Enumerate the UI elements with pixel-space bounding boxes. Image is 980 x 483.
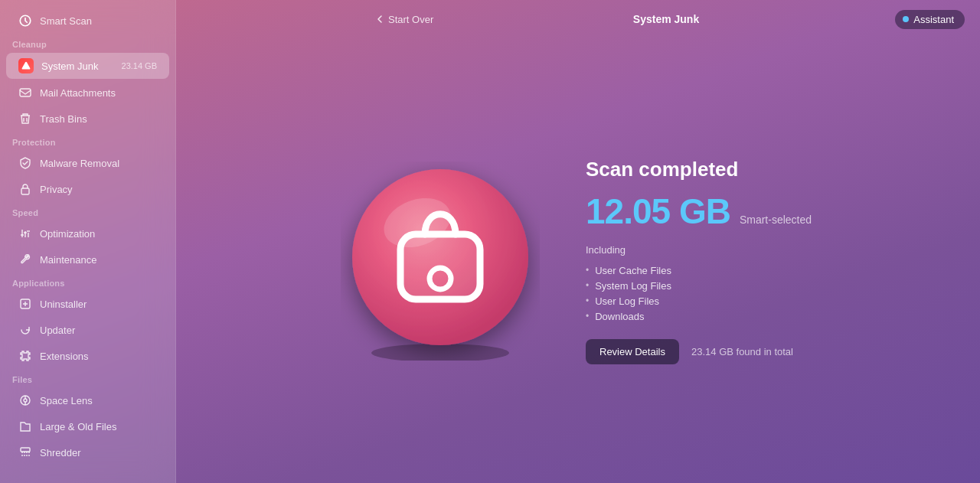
action-row: Review Details 23.14 GB found in total — [586, 339, 815, 364]
space-lens-label: Space Lens — [40, 395, 157, 406]
sidebar-item-maintenance[interactable]: Maintenance — [6, 247, 169, 272]
optimization-label: Optimization — [40, 228, 157, 240]
svg-rect-16 — [21, 448, 30, 452]
smart-selected-label: Smart-selected — [740, 214, 812, 226]
large-old-files-label: Large & Old Files — [40, 421, 157, 432]
malware-removal-label: Malware Removal — [40, 158, 157, 169]
start-over-button[interactable]: Start Over — [368, 10, 441, 29]
updater-label: Updater — [40, 325, 157, 336]
shredder-icon — [18, 445, 32, 459]
sidebar-item-privacy[interactable]: Privacy — [6, 177, 169, 201]
sidebar-item-updater[interactable]: Updater — [6, 318, 169, 342]
content-area: Scan completed 12.05 GB Smart-selected I… — [176, 38, 980, 483]
smart-scan-label: Smart Scan — [40, 15, 157, 27]
sidebar: Smart Scan Cleanup System Junk 23.14 GB — [0, 0, 176, 483]
sidebar-item-malware-removal[interactable]: Malware Removal — [6, 151, 169, 175]
review-details-label: Review Details — [599, 346, 665, 357]
assistant-button[interactable]: Assistant — [895, 10, 965, 29]
sidebar-item-mail-attachments[interactable]: Mail Attachments — [6, 80, 169, 105]
main-content: Scan completed 12.05 GB Smart-selected I… — [176, 38, 980, 483]
assistant-label: Assistant — [913, 14, 954, 25]
smart-scan-icon — [18, 14, 32, 28]
space-lens-icon — [18, 393, 32, 407]
mail-attachments-label: Mail Attachments — [40, 87, 157, 99]
svg-rect-2 — [25, 67, 27, 67]
updater-icon — [18, 323, 32, 337]
svg-rect-1 — [25, 64, 27, 66]
sidebar-item-system-junk[interactable]: System Junk 23.14 GB — [6, 53, 169, 79]
system-junk-badge: 23.14 GB — [122, 61, 157, 70]
review-details-button[interactable]: Review Details — [586, 339, 679, 364]
including-label: Including — [586, 244, 815, 256]
system-junk-icon — [18, 58, 34, 73]
sidebar-item-large-old-files[interactable]: Large & Old Files — [6, 414, 169, 439]
uninstaller-icon — [18, 297, 32, 311]
size-value: 12.05 GB — [586, 191, 730, 232]
header-title: System Junk — [633, 13, 699, 25]
list-item: User Cache Files — [586, 265, 815, 276]
list-item: System Log Files — [586, 280, 815, 292]
start-over-label: Start Over — [388, 14, 433, 25]
uninstaller-label: Uninstaller — [40, 299, 157, 310]
list-item: Downloads — [586, 311, 815, 322]
items-list: User Cache Files System Log Files User L… — [586, 265, 815, 322]
svg-point-17 — [371, 344, 509, 361]
system-junk-label: System Junk — [41, 60, 114, 72]
sidebar-item-uninstaller[interactable]: Uninstaller — [6, 292, 169, 316]
privacy-icon — [18, 182, 32, 196]
maintenance-label: Maintenance — [40, 254, 157, 266]
optimization-icon — [18, 227, 32, 240]
sidebar-item-extensions[interactable]: Extensions — [6, 344, 169, 368]
extensions-icon — [18, 349, 32, 363]
svg-rect-4 — [21, 188, 29, 194]
sidebar-item-smart-scan[interactable]: Smart Scan — [6, 8, 169, 33]
item-label: Downloads — [595, 311, 644, 322]
malware-icon — [18, 156, 32, 170]
privacy-label: Privacy — [40, 184, 157, 195]
section-label-files: Files — [0, 369, 175, 387]
svg-rect-3 — [20, 89, 31, 96]
header: Start Over System Junk Assistant — [352, 0, 980, 38]
sidebar-item-optimization[interactable]: Optimization — [6, 221, 169, 246]
item-label: User Cache Files — [595, 265, 671, 276]
sidebar-item-trash-bins[interactable]: Trash Bins — [6, 106, 169, 131]
shredder-label: Shredder — [40, 447, 157, 459]
item-label: User Log Files — [595, 295, 659, 307]
svg-point-13 — [24, 399, 27, 402]
total-found-label: 23.14 GB found in total — [691, 346, 793, 357]
section-label-applications: Applications — [0, 273, 175, 291]
results-panel: Scan completed 12.05 GB Smart-selected I… — [586, 158, 815, 364]
item-label: System Log Files — [595, 280, 671, 292]
app-icon — [341, 162, 540, 361]
section-label-speed: Speed — [0, 202, 175, 220]
trash-bins-label: Trash Bins — [40, 113, 157, 125]
list-item: User Log Files — [586, 295, 815, 307]
app-icon-container — [341, 162, 540, 361]
maintenance-icon — [18, 253, 32, 266]
sidebar-item-space-lens[interactable]: Space Lens — [6, 388, 169, 413]
app-container: Smart Scan Cleanup System Junk 23.14 GB — [0, 0, 980, 483]
section-label-protection: Protection — [0, 132, 175, 150]
mail-icon — [18, 86, 32, 100]
size-row: 12.05 GB Smart-selected — [586, 191, 815, 232]
assistant-dot-icon — [903, 16, 909, 22]
section-label-cleanup: Cleanup — [0, 34, 175, 52]
scan-completed-title: Scan completed — [586, 158, 815, 181]
sidebar-item-shredder[interactable]: Shredder — [6, 440, 169, 465]
extensions-label: Extensions — [40, 351, 157, 362]
large-files-icon — [18, 419, 32, 433]
trash-icon — [18, 112, 32, 126]
